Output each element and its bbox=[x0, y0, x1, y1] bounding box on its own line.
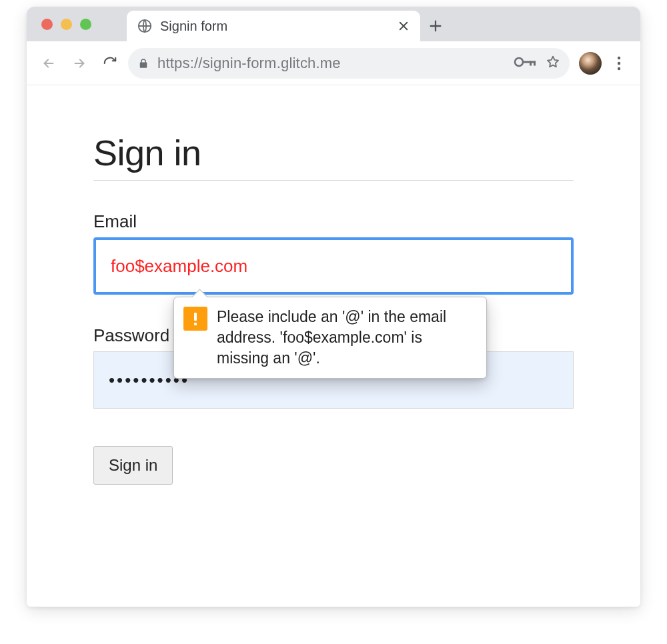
bookmark-star-icon[interactable] bbox=[546, 55, 560, 72]
email-input[interactable]: foo$example.com bbox=[93, 237, 574, 295]
close-window-button[interactable] bbox=[41, 19, 53, 30]
tab-title: Signin form bbox=[160, 19, 390, 34]
warning-icon bbox=[183, 307, 207, 331]
new-tab-button[interactable] bbox=[420, 11, 451, 41]
browser-tab[interactable]: Signin form bbox=[127, 11, 420, 41]
traffic-lights bbox=[41, 19, 91, 30]
profile-avatar[interactable] bbox=[579, 52, 602, 75]
validation-message: Please include an '@' in the email addre… bbox=[217, 307, 476, 369]
close-tab-button[interactable] bbox=[398, 20, 410, 32]
browser-toolbar: https://signin-form.glitch.me bbox=[27, 41, 640, 85]
svg-point-7 bbox=[618, 67, 620, 69]
reload-button[interactable] bbox=[97, 51, 123, 76]
svg-rect-3 bbox=[530, 61, 532, 65]
svg-rect-4 bbox=[534, 61, 536, 65]
address-bar[interactable]: https://signin-form.glitch.me bbox=[128, 48, 570, 79]
email-input-value: foo$example.com bbox=[111, 256, 247, 277]
svg-point-6 bbox=[618, 61, 620, 64]
svg-point-5 bbox=[618, 56, 620, 59]
tab-strip: Signin form bbox=[27, 7, 640, 41]
svg-point-1 bbox=[515, 58, 523, 66]
validation-tooltip: Please include an '@' in the email addre… bbox=[173, 297, 487, 379]
lock-icon bbox=[137, 57, 149, 69]
email-label: Email bbox=[93, 211, 574, 232]
maximize-window-button[interactable] bbox=[80, 19, 91, 30]
minimize-window-button[interactable] bbox=[61, 19, 72, 30]
password-key-icon[interactable] bbox=[514, 56, 538, 71]
back-button[interactable] bbox=[36, 51, 61, 76]
svg-rect-9 bbox=[194, 323, 197, 325]
sign-in-button[interactable]: Sign in bbox=[93, 446, 173, 485]
forward-button[interactable] bbox=[67, 51, 92, 76]
svg-rect-8 bbox=[194, 313, 197, 321]
page-title: Sign in bbox=[93, 132, 574, 181]
globe-icon bbox=[137, 19, 152, 33]
browser-window: Signin form bbox=[27, 7, 640, 607]
email-field-group: Email foo$example.com Please include an … bbox=[93, 211, 574, 295]
menu-button[interactable] bbox=[607, 56, 631, 71]
url-text: https://signin-form.glitch.me bbox=[157, 55, 506, 72]
page-content: Sign in Email foo$example.com Please inc… bbox=[27, 85, 640, 511]
